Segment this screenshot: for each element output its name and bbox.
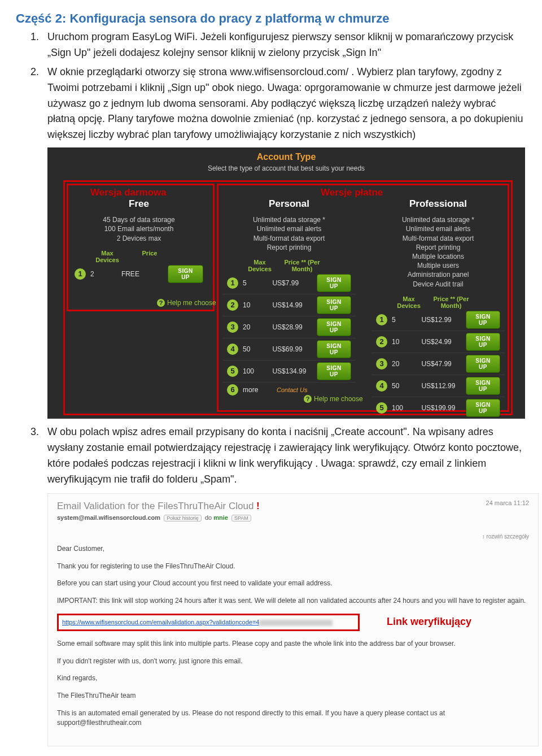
row-number-badge: 3 [227, 321, 238, 333]
row-devices: more [243, 386, 277, 394]
row-devices: 50 [243, 345, 272, 353]
feature: 100 Email alerts/month [70, 224, 208, 233]
signup-button[interactable]: SIGN UP [466, 399, 500, 417]
feature: Unlimited data storage * [371, 215, 505, 224]
row-devices: 20 [392, 360, 421, 368]
annotation-link-label: Link weryfikujący [387, 616, 471, 628]
blurred-code [259, 620, 333, 626]
row-price: FREE [121, 270, 168, 278]
row-price: US$134.99 [272, 367, 317, 375]
account-type-sub: Select the type of account that best sui… [47, 164, 525, 172]
feature: Report printing [371, 243, 505, 252]
help-icon: ? [157, 299, 165, 307]
th-devices: Max Devices [243, 259, 277, 272]
feature: Multi-format data export [371, 234, 505, 243]
row-devices: 10 [392, 338, 421, 346]
validation-link[interactable]: https://www.wifisensorcloud.com/emailval… [62, 619, 333, 625]
feature: Multiple locations [371, 252, 505, 261]
plan-row: 210US$24.99SIGN UP [371, 331, 505, 353]
feature: Multiple users [371, 261, 505, 270]
email-from-line: system@mail.wifisensorcloud.com Pokaż hi… [57, 514, 529, 522]
email-paragraph: Some email software may split this link … [57, 639, 529, 649]
account-type-heading: Account Type [47, 147, 525, 162]
signup-button[interactable]: SIGN UP [466, 355, 500, 373]
row-price: US$28.99 [272, 323, 317, 331]
email-paragraph: If you didn't register with us, don't wo… [57, 657, 529, 666]
feature: Device Audit trail [371, 280, 505, 289]
email-date: 24 marca 11:12 [486, 499, 529, 506]
email-paragraph: Kind regards, [57, 674, 529, 683]
feature: 2 Devices max [70, 234, 208, 243]
row-number-badge: 4 [376, 380, 387, 392]
plan-free-title: Free [70, 198, 208, 210]
row-number-badge: 2 [376, 336, 387, 347]
annotation-paid-label: Wersje płatne [321, 187, 383, 198]
plan-free-tablehead: Max Devices Price [70, 250, 208, 263]
annotation-free-label: Wersja darmowa [90, 187, 167, 198]
th-price: Price ** (Per Month) [277, 259, 327, 272]
email-body: Dear Customer, Thank you for registering… [57, 544, 529, 728]
signup-button[interactable]: SIGN UP [317, 362, 351, 380]
row-price: US$112.99 [421, 382, 466, 390]
row-price: US$12.99 [421, 316, 466, 324]
th-devices: Max Devices [392, 296, 426, 309]
plan-row: 6moreContact Us [371, 419, 505, 419]
step-2: W oknie przeglądarki otworzy się strona … [42, 64, 526, 143]
th-price: Price [124, 250, 175, 263]
instructions-list: Uruchom program EasyLog WiFi. Jeżeli kon… [16, 29, 526, 143]
feature: Unlimited email alerts [371, 224, 505, 233]
th-price: Price ** (Per Month) [426, 296, 477, 309]
plan-row: 320US$28.99SIGN UP [222, 316, 356, 338]
row-number-badge: 5 [376, 402, 387, 414]
signup-button[interactable]: SIGN UP [317, 340, 351, 358]
plan-professional-features: Unlimited data storage * Unlimited email… [371, 215, 505, 289]
validation-link-box: https://www.wifisensorcloud.com/emailval… [57, 614, 360, 631]
section-title: Część 2: Konfiguracja sensora do pracy z… [16, 11, 526, 26]
plan-personal-features: Unlimited data storage * Unlimited email… [222, 215, 356, 252]
plan-personal-title: Personal [222, 198, 356, 210]
row-price: US$24.99 [421, 338, 466, 346]
email-paragraph: The FilesThruTheAir team [57, 691, 529, 701]
email-screenshot: 24 marca 11:12 Email Validation for the … [47, 493, 539, 746]
signup-button[interactable]: SIGN UP [466, 311, 500, 329]
help-icon: ? [304, 395, 312, 403]
spam-label: SPAM [231, 515, 251, 522]
email-subject: Email Validation for the FilesThruTheAir… [57, 501, 529, 512]
help-me-choose-link[interactable]: ?Help me choose [304, 395, 363, 403]
row-price: US$47.99 [421, 360, 466, 368]
step-1: Uruchom program EasyLog WiFi. Jeżeli kon… [42, 29, 526, 61]
show-history-button[interactable]: Pokaż historię [164, 515, 202, 522]
plan-personal: Personal Unlimited data storage * Unlimi… [222, 198, 356, 397]
row-number-badge: 1 [227, 277, 238, 289]
plan-row: 450US$112.99SIGN UP [371, 375, 505, 397]
row-number-badge: 5 [227, 366, 238, 377]
row-price: US$69.99 [272, 345, 317, 353]
row-devices: 5 [392, 316, 421, 324]
signup-button[interactable]: SIGN UP [317, 318, 351, 336]
row-devices: 100 [243, 367, 272, 375]
signup-button[interactable]: SIGN UP [466, 377, 500, 395]
help-me-choose-link[interactable]: ?Help me choose [157, 299, 216, 307]
signup-button[interactable]: SIGN UP [466, 333, 500, 351]
email-paragraph: This is an automated email generated by … [57, 709, 529, 728]
row-price: US$199.99 [421, 404, 466, 412]
row-number-badge: 4 [227, 344, 238, 355]
account-type-screenshot: Account Type Select the type of account … [47, 147, 525, 419]
signup-button[interactable]: SIGN UP [168, 265, 203, 283]
plan-free-features: 45 Days of data storage 100 Email alerts… [70, 215, 208, 243]
row-devices: 100 [392, 404, 421, 412]
plan-row: 5100US$134.99SIGN UP [222, 360, 356, 382]
feature: Multi-format data export [222, 234, 356, 243]
row-number-badge: 6 [227, 384, 238, 396]
signup-button[interactable]: SIGN UP [317, 296, 351, 314]
help-label: Help me choose [314, 395, 363, 403]
plan-professional-tablehead: Max Devices Price ** (Per Month) [371, 296, 505, 309]
expand-details[interactable]: ↕ rozwiń szczegóły [482, 533, 529, 540]
email-paragraph: Thank you for registering to use the Fil… [57, 562, 529, 571]
plan-professional: Professional Unlimited data storage * Un… [371, 198, 505, 419]
plan-personal-tablehead: Max Devices Price ** (Per Month) [222, 259, 356, 272]
important-icon: ! [256, 501, 260, 511]
feature: Administration panel [371, 270, 505, 279]
signup-button[interactable]: SIGN UP [317, 274, 351, 292]
feature: Unlimited data storage * [222, 215, 356, 224]
